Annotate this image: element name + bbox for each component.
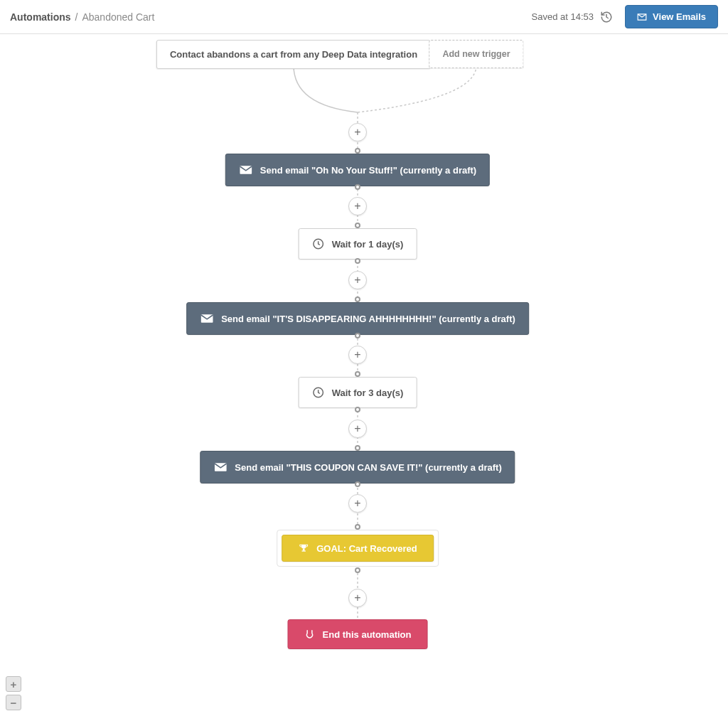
goal-step[interactable]: GOAL: Cart Recovered xyxy=(282,535,434,562)
connector-dot xyxy=(355,407,360,412)
zoom-in-button[interactable]: + xyxy=(6,676,21,692)
add-trigger-label: Add new trigger xyxy=(442,49,510,59)
breadcrumb: Automations / Abandoned Cart xyxy=(10,11,154,23)
view-emails-button[interactable]: View Emails xyxy=(625,5,718,28)
breadcrumb-separator: / xyxy=(75,11,78,23)
envelope-icon xyxy=(637,12,647,22)
add-trigger-button[interactable]: Add new trigger xyxy=(429,40,523,68)
trigger-node[interactable]: Contact abandons a cart from any Deep Da… xyxy=(156,40,431,69)
zoom-out-button[interactable]: − xyxy=(6,695,21,710)
step-label: Wait for 3 day(s) xyxy=(332,388,404,398)
step-label: Send email "THIS COUPON CAN SAVE IT!" (c… xyxy=(235,462,501,473)
wait-step-1[interactable]: Wait for 1 day(s) xyxy=(299,228,417,260)
step-label: Wait for 1 day(s) xyxy=(332,239,404,250)
connector-dot xyxy=(355,258,360,264)
envelope-icon xyxy=(239,163,253,177)
add-step-button[interactable]: + xyxy=(348,271,367,289)
connector-dot xyxy=(355,296,360,302)
connector-dot xyxy=(355,184,360,190)
add-step-button[interactable]: + xyxy=(348,589,367,607)
step-label: Send email "Oh No Your Stuff!" (currentl… xyxy=(260,165,476,176)
trophy-icon xyxy=(298,543,309,554)
saved-status: Saved at 14:53 xyxy=(532,10,614,24)
header-bar: Automations / Abandoned Cart Saved at 14… xyxy=(0,0,728,34)
connector-dot xyxy=(355,481,360,487)
trigger-label: Contact abandons a cart from any Deep Da… xyxy=(170,49,417,60)
clock-icon xyxy=(312,237,325,250)
send-email-step-1[interactable]: Send email "Oh No Your Stuff!" (currentl… xyxy=(225,154,490,186)
add-step-button[interactable]: + xyxy=(348,123,367,141)
add-step-button[interactable]: + xyxy=(348,494,367,513)
end-automation-step[interactable]: End this automation xyxy=(288,619,428,649)
step-label: End this automation xyxy=(323,629,412,640)
envelope-icon xyxy=(213,460,228,474)
send-email-step-2[interactable]: Send email "IT'S DISAPPEARING AHHHHHHHH!… xyxy=(186,302,529,335)
breadcrumb-current: Abandoned Cart xyxy=(82,11,154,23)
history-icon[interactable] xyxy=(599,10,614,24)
end-icon xyxy=(304,629,316,640)
view-emails-label: View Emails xyxy=(653,11,706,22)
automation-canvas[interactable]: Contact abandons a cart from any Deep Da… xyxy=(0,34,728,716)
zoom-controls: + − xyxy=(6,676,21,710)
add-step-button[interactable]: + xyxy=(348,420,367,438)
connector-dot xyxy=(355,445,360,451)
send-email-step-3[interactable]: Send email "THIS COUPON CAN SAVE IT!" (c… xyxy=(200,451,515,483)
saved-text: Saved at 14:53 xyxy=(532,11,594,22)
connector-dot xyxy=(355,371,360,377)
wait-step-2[interactable]: Wait for 3 day(s) xyxy=(299,377,417,408)
connector-dot xyxy=(355,333,360,338)
svg-rect-6 xyxy=(303,549,305,551)
svg-rect-7 xyxy=(302,550,306,551)
step-label: Send email "IT'S DISAPPEARING AHHHHHHHH!… xyxy=(221,314,515,324)
add-step-button[interactable]: + xyxy=(348,197,367,215)
goal-step-container[interactable]: GOAL: Cart Recovered xyxy=(277,530,439,567)
add-step-button[interactable]: + xyxy=(348,346,367,364)
connector-dot xyxy=(355,223,360,228)
breadcrumb-root[interactable]: Automations xyxy=(10,11,71,23)
connector-dot xyxy=(355,524,360,530)
connector-dot xyxy=(355,567,360,573)
clock-icon xyxy=(312,386,325,399)
connector-dot xyxy=(355,148,360,154)
step-label: GOAL: Cart Recovered xyxy=(316,543,417,554)
envelope-icon xyxy=(200,311,214,326)
